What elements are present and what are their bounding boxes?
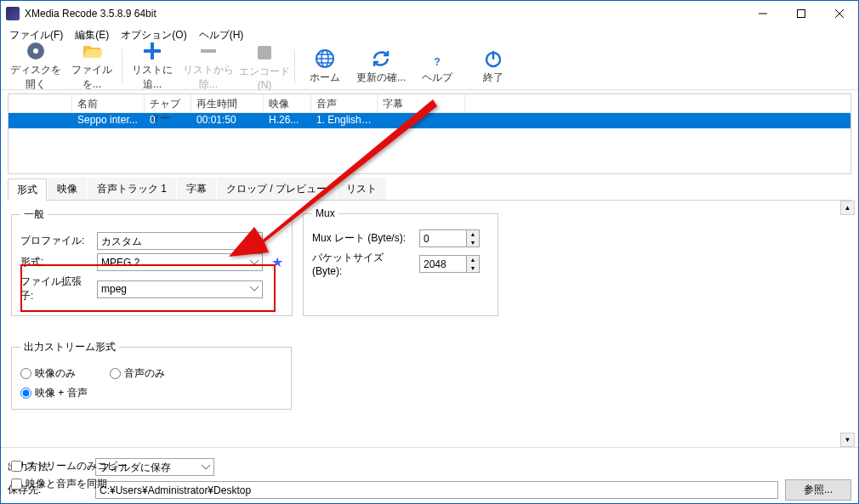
mux-fieldset: Mux Mux レート (Byte/s):▲▼ パケットサイズ (Byte):▲… (303, 207, 498, 316)
encode-button: エンコード(N) (236, 44, 293, 88)
power-icon (483, 48, 503, 69)
favorite-star-button[interactable]: ★ (271, 254, 283, 270)
svg-rect-4 (258, 46, 271, 59)
format-label: 形式: (20, 255, 92, 269)
radio-video-audio[interactable]: 映像 + 音声 (20, 386, 282, 400)
refresh-icon (371, 48, 391, 69)
browse-button[interactable]: 参照... (785, 479, 851, 501)
svg-rect-0 (797, 10, 805, 18)
ext-label: ファイル拡張子: (20, 275, 92, 303)
mux-rate-spinner[interactable]: ▲▼ (466, 229, 480, 247)
window-title: XMedia Recode 3.5.8.9 64bit (25, 8, 743, 20)
file-list-row[interactable]: Seppo inter...000:01:50H.26...1. English… (9, 113, 850, 128)
home-button[interactable]: ホーム (297, 44, 353, 88)
stream-fieldset: 出力ストリーム形式 映像のみ 音声のみ 映像 + 音声 (11, 340, 292, 410)
minimize-button[interactable] (743, 1, 782, 26)
tab-audio1[interactable]: 音声トラック 1 (88, 178, 176, 200)
tab-format[interactable]: 形式 (8, 178, 47, 201)
svg-rect-3 (201, 49, 216, 53)
tabs: 形式 映像 音声トラック 1 字幕 クロップ / プレビュー リスト (8, 178, 851, 201)
mux-rate-input[interactable] (419, 229, 466, 247)
plus-icon (142, 41, 162, 61)
help-icon: ? (427, 48, 447, 69)
titlebar: XMedia Recode 3.5.8.9 64bit (1, 1, 858, 26)
open-file-button[interactable]: ファイルを... (64, 44, 120, 88)
encode-icon (254, 42, 275, 63)
tab-list[interactable]: リスト (337, 178, 386, 200)
folder-icon (82, 41, 102, 61)
tab-crop[interactable]: クロップ / プレビュー (217, 178, 336, 200)
file-list[interactable]: 名前チャプター再生時間映像音声字幕 Seppo inter...000:01:5… (8, 93, 851, 174)
radio-video-only[interactable]: 映像のみ (20, 366, 76, 381)
exit-button[interactable]: 終了 (465, 44, 521, 88)
add-to-list-button[interactable]: リストに追... (124, 44, 180, 88)
checks-group: ストリームのみコピー 映像と音声を同期 (11, 456, 292, 495)
scroll-up[interactable]: ▲ (840, 201, 855, 215)
radio-audio-only[interactable]: 音声のみ (110, 366, 165, 381)
packet-size-label: パケットサイズ (Byte): (312, 251, 414, 277)
general-fieldset: 一般 プロファイル:カスタム 形式:MPEG 2★ ファイル拡張子:mpeg (11, 207, 293, 316)
menubar: ファイル(F) 編集(E) オプション(O) ヘルプ(H) (1, 26, 858, 43)
app-icon (6, 7, 20, 20)
minus-icon (198, 41, 219, 61)
close-button[interactable] (820, 1, 858, 26)
stream-legend: 出力ストリーム形式 (20, 340, 119, 354)
mux-rate-label: Mux レート (Byte/s): (312, 231, 414, 246)
tab-subtitle[interactable]: 字幕 (177, 178, 216, 200)
profile-select[interactable]: カスタム (97, 232, 263, 250)
mux-legend: Mux (312, 207, 338, 219)
general-legend: 一般 (20, 207, 48, 222)
check-updates-button[interactable]: 更新の確... (353, 44, 409, 88)
svg-text:?: ? (434, 56, 440, 68)
packet-size-input[interactable] (419, 255, 466, 273)
scroll-down[interactable]: ▼ (840, 433, 855, 447)
tab-video[interactable]: 映像 (48, 178, 87, 200)
remove-from-list-button: リストから除... (180, 44, 236, 88)
profile-label: プロファイル: (20, 234, 92, 248)
maximize-button[interactable] (782, 1, 820, 26)
file-list-header: 名前チャプター再生時間映像音声字幕 (9, 94, 850, 113)
check-sync[interactable]: 映像と音声を同期 (11, 477, 292, 491)
format-select[interactable]: MPEG 2 (97, 253, 263, 271)
check-stream-copy[interactable]: ストリームのみコピー (11, 459, 292, 473)
help-button[interactable]: ?ヘルプ (409, 44, 465, 88)
open-disc-button[interactable]: ディスクを開く (8, 44, 64, 88)
tab-body: ▲ ▼ 一般 プロファイル:カスタム 形式:MPEG 2★ ファイル拡張子:mp… (8, 201, 851, 447)
packet-size-spinner[interactable]: ▲▼ (466, 255, 480, 273)
disc-icon (26, 41, 46, 61)
svg-point-2 (33, 48, 38, 54)
toolbar: ディスクを開く ファイルを... リストに追... リストから除... エンコー… (1, 43, 858, 90)
globe-icon (315, 48, 335, 69)
ext-select[interactable]: mpeg (97, 280, 263, 298)
